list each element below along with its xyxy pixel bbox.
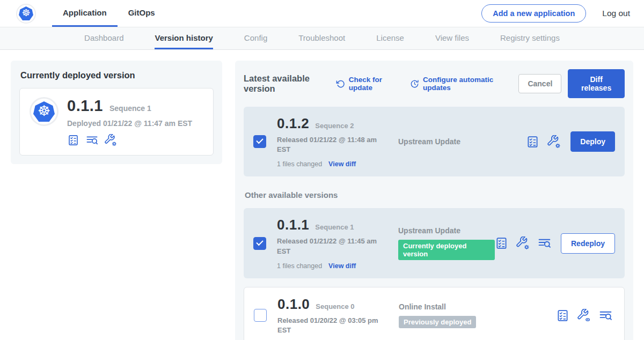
- deployed-version-card: ☸ 0.1.1 Sequence 1 Deployed 01/21/22 @ 1…: [19, 88, 214, 156]
- cancel-button[interactable]: Cancel: [518, 74, 561, 93]
- app-subnav: Dashboard Version history Config Trouble…: [0, 27, 644, 50]
- preflight-view-icon[interactable]: [577, 309, 591, 322]
- preflight-checklist-icon[interactable]: [556, 309, 569, 322]
- subnav-tab-dashboard[interactable]: Dashboard: [84, 27, 123, 49]
- config-edit-icon[interactable]: [547, 135, 561, 149]
- top-navbar: ☸ Application GitOps Add a new applicati…: [0, 0, 644, 27]
- configure-automatic-updates-link[interactable]: Configure automatic updates: [410, 76, 504, 92]
- source-label: Online Install: [399, 302, 556, 311]
- version-action-icons-0-1-0: [556, 309, 612, 322]
- add-new-application-button[interactable]: Add a new application: [481, 4, 586, 23]
- version-checkbox-0-1-0[interactable]: [254, 309, 267, 322]
- subnav-tab-version-history[interactable]: Version history: [155, 27, 213, 49]
- preflight-checklist-icon[interactable]: [67, 134, 79, 146]
- latest-available-title: Latest available version: [244, 73, 327, 94]
- source-label: Upstream Update: [398, 226, 495, 235]
- configure-automatic-updates-label: Configure automatic updates: [423, 76, 504, 92]
- released-timestamp: Released 01/21/22 @ 11:45 am EST: [277, 236, 384, 256]
- subnav-tab-license[interactable]: License: [376, 27, 404, 49]
- check-for-update-label: Check for update: [349, 76, 396, 92]
- files-changed-label: 1 files changed: [277, 160, 322, 168]
- preflight-checklist-icon[interactable]: [495, 236, 508, 250]
- version-info-0-1-1: 0.1.1 Sequence 1 Released 01/21/22 @ 11:…: [277, 217, 394, 269]
- kubernetes-logo-icon: ☸: [19, 6, 33, 20]
- view-logs-icon[interactable]: [86, 134, 98, 146]
- sequence-label: Sequence 0: [316, 302, 354, 311]
- available-versions-panel: Latest available version Check for updat…: [235, 61, 633, 340]
- version-action-icons-0-1-1: [495, 236, 551, 250]
- view-diff-link[interactable]: View diff: [328, 160, 356, 168]
- deployed-version-details: 0.1.1 Sequence 1 Deployed 01/21/22 @ 11:…: [67, 97, 192, 146]
- subnav-tab-config-label: Config: [244, 33, 267, 42]
- view-diff-link[interactable]: View diff: [328, 262, 356, 270]
- version-row-0-1-0: 0.1.0 Sequence 0 Released 01/20/22 @ 03:…: [244, 287, 625, 340]
- sequence-label: Sequence 1: [315, 223, 354, 231]
- subnav-tab-troubleshoot[interactable]: Troubleshoot: [298, 27, 345, 49]
- logout-link[interactable]: Log out: [602, 9, 630, 18]
- config-edit-icon[interactable]: [105, 134, 117, 146]
- view-logs-icon[interactable]: [538, 236, 551, 250]
- previously-deployed-badge: Previously deployed: [399, 316, 476, 328]
- check-for-update-link[interactable]: Check for update: [336, 76, 396, 92]
- version-checkbox-0-1-2[interactable]: [253, 135, 266, 148]
- config-edit-icon[interactable]: [516, 236, 530, 250]
- files-changed-label: 1 files changed: [277, 262, 322, 270]
- app-logo-kubernetes-icon: ☸: [33, 101, 55, 122]
- version-info-0-1-0: 0.1.0 Sequence 0 Released 01/20/22 @ 03:…: [277, 296, 394, 335]
- kubernetes-logo: ☸: [16, 4, 36, 24]
- version-number: 0.1.0: [277, 296, 310, 313]
- version-action-icons-0-1-2: [526, 135, 561, 149]
- auto-update-icon: [410, 79, 419, 88]
- other-available-versions-title: Other available versions: [245, 190, 625, 199]
- subnav-tab-view-files-label: View files: [435, 33, 469, 42]
- check-update-icon: [336, 79, 345, 88]
- tab-gitops-label: GitOps: [128, 8, 155, 17]
- redeploy-button[interactable]: Redeploy: [561, 233, 615, 254]
- source-label: Upstream Update: [398, 137, 526, 146]
- version-source-0-1-1: Upstream Update Currently deployed versi…: [394, 226, 495, 260]
- sequence-label: Sequence 2: [315, 122, 354, 130]
- subnav-tab-dashboard-label: Dashboard: [84, 33, 123, 42]
- top-nav-tabs: Application GitOps: [52, 0, 166, 27]
- currently-deployed-title: Currently deployed version: [20, 70, 214, 80]
- currently-deployed-panel: Currently deployed version ☸ 0.1.1 Seque…: [11, 61, 222, 164]
- tab-application-label: Application: [63, 8, 107, 17]
- version-number: 0.1.1: [277, 217, 309, 233]
- tab-application[interactable]: Application: [52, 0, 118, 27]
- diff-releases-button[interactable]: Diff releases: [568, 69, 625, 98]
- available-versions-header: Latest available version Check for updat…: [244, 69, 625, 98]
- version-checkbox-0-1-1[interactable]: [253, 237, 266, 250]
- version-source-0-1-0: Online Install Previously deployed: [394, 302, 556, 328]
- deployed-timestamp: Deployed 01/21/22 @ 11:47 am EST: [67, 119, 192, 128]
- deploy-button[interactable]: Deploy: [570, 131, 615, 152]
- version-row-0-1-2: 0.1.2 Sequence 2 Released 01/21/22 @ 11:…: [244, 107, 625, 176]
- subnav-tab-registry-settings-label: Registry settings: [500, 33, 560, 42]
- released-timestamp: Released 01/21/22 @ 11:48 am EST: [277, 135, 384, 154]
- app-logo: ☸: [30, 97, 58, 126]
- view-logs-icon[interactable]: [599, 309, 612, 322]
- subnav-tab-config[interactable]: Config: [244, 27, 267, 49]
- subnav-tab-troubleshoot-label: Troubleshoot: [298, 33, 345, 42]
- preflight-checklist-icon[interactable]: [526, 135, 539, 149]
- deployed-action-icons: [67, 134, 192, 146]
- deployed-sequence-label: Sequence 1: [109, 104, 151, 113]
- version-source-0-1-2: Upstream Update: [394, 137, 526, 146]
- tab-gitops[interactable]: GitOps: [118, 0, 166, 27]
- subnav-tab-registry-settings[interactable]: Registry settings: [500, 27, 560, 49]
- currently-deployed-badge: Currently deployed version: [398, 240, 495, 260]
- released-timestamp: Released 01/20/22 @ 03:05 pm EST: [277, 316, 385, 335]
- subnav-tab-version-history-label: Version history: [155, 33, 213, 42]
- version-row-0-1-1: 0.1.1 Sequence 1 Released 01/21/22 @ 11:…: [244, 208, 625, 278]
- deployed-version-number: 0.1.1: [67, 97, 103, 115]
- version-info-0-1-2: 0.1.2 Sequence 2 Released 01/21/22 @ 11:…: [277, 115, 394, 168]
- main-content: Currently deployed version ☸ 0.1.1 Seque…: [0, 50, 644, 340]
- subnav-tab-view-files[interactable]: View files: [435, 27, 469, 49]
- version-number: 0.1.2: [277, 115, 309, 132]
- subnav-tab-license-label: License: [376, 33, 404, 42]
